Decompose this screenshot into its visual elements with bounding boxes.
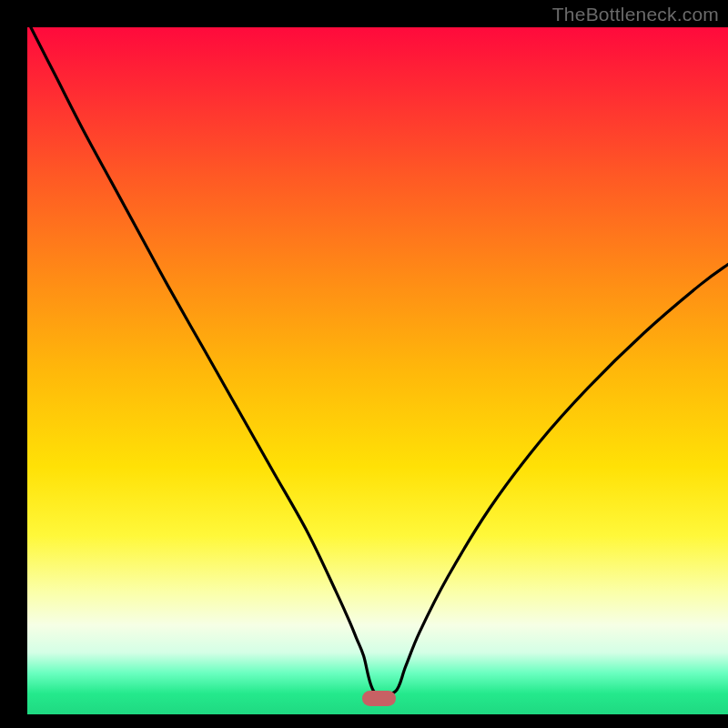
bottleneck-curve-path — [31, 27, 728, 695]
minimum-marker — [362, 691, 396, 706]
curve-svg — [27, 27, 728, 714]
plot-area — [27, 27, 728, 714]
chart-frame: TheBottleneck.com — [0, 0, 728, 728]
watermark-text: TheBottleneck.com — [552, 4, 719, 25]
